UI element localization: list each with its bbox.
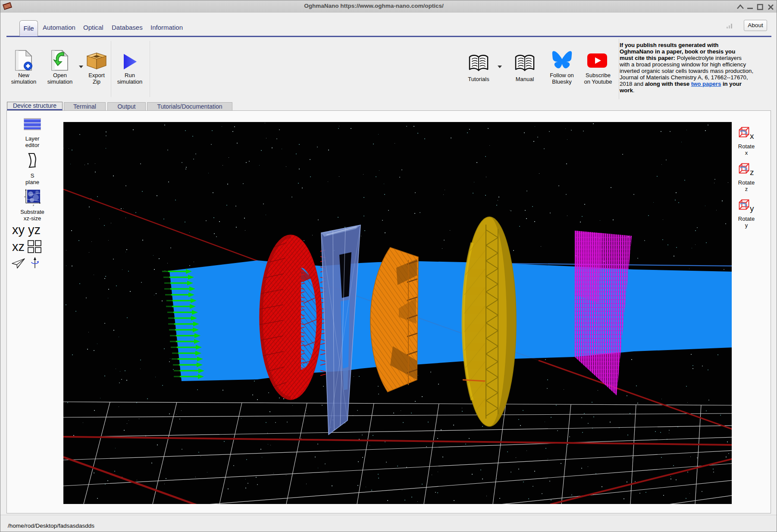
svg-text:x: x [24,195,25,198]
svg-text:z: z [33,204,34,206]
